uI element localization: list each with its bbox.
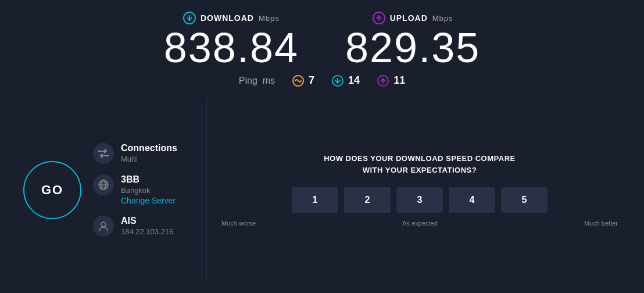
isp-row: 3BB Bangkok Change Server	[93, 174, 177, 205]
go-button[interactable]: GO	[23, 161, 81, 219]
upload-unit: Mbps	[432, 14, 453, 23]
ping-label: Ping ms	[239, 76, 275, 86]
ping-upload-value: 11	[393, 74, 405, 87]
isp-text: 3BB Bangkok Change Server	[121, 174, 176, 205]
ping-idle-icon	[292, 75, 304, 87]
rating-labels: Much worse As expected Much better	[219, 220, 621, 227]
upload-word: UPLOAD	[390, 13, 428, 23]
right-panel: HOW DOES YOUR DOWNLOAD SPEED COMPAREWITH…	[206, 98, 621, 281]
user-ip: 184.22.103.216	[121, 227, 173, 236]
download-block: DOWNLOAD Mbps 838.84	[164, 12, 299, 69]
user-icon	[93, 216, 114, 237]
user-name: AIS	[121, 216, 173, 226]
ping-idle: 7	[292, 74, 314, 87]
ping-download-icon	[332, 75, 344, 87]
user-row: AIS 184.22.103.216	[93, 216, 177, 237]
user-text: AIS 184.22.103.216	[121, 216, 173, 236]
rating-buttons: 1 2 3 4 5	[219, 187, 621, 213]
ping-download-value: 14	[348, 74, 360, 87]
left-panel: GO Connections Multi	[23, 98, 177, 281]
download-unit: Mbps	[259, 14, 280, 23]
isp-icon	[93, 174, 114, 195]
isp-name: 3BB	[121, 174, 176, 185]
connections-text: Connections Multi	[121, 143, 177, 163]
top-stats: DOWNLOAD Mbps 838.84 UPLOAD Mbps 829.35	[23, 12, 621, 69]
rating-btn-3[interactable]: 3	[396, 187, 443, 213]
connections-label: Connections	[121, 143, 177, 153]
isp-location: Bangkok	[121, 186, 176, 195]
upload-value: 829.35	[345, 27, 480, 69]
comparison-title: HOW DOES YOUR DOWNLOAD SPEED COMPAREWITH…	[219, 153, 621, 176]
connections-row: Connections Multi	[93, 143, 177, 164]
change-server-link[interactable]: Change Server	[121, 196, 176, 205]
ping-row: Ping ms 7 14 11	[23, 74, 621, 87]
rating-btn-5[interactable]: 5	[501, 187, 548, 213]
ping-download: 14	[332, 74, 360, 87]
main-container: DOWNLOAD Mbps 838.84 UPLOAD Mbps 829.35 …	[0, 0, 644, 293]
ping-upload-icon	[377, 75, 389, 87]
connections-value: Multi	[121, 155, 177, 163]
ping-upload: 11	[377, 74, 405, 87]
rating-btn-1[interactable]: 1	[292, 187, 338, 213]
download-icon	[183, 12, 196, 24]
info-panel: Connections Multi	[93, 143, 177, 237]
svg-point-16	[101, 222, 106, 227]
rating-btn-2[interactable]: 2	[344, 187, 391, 213]
download-label: DOWNLOAD Mbps	[183, 12, 280, 24]
upload-label: UPLOAD Mbps	[373, 12, 453, 24]
connections-icon	[93, 143, 114, 164]
rating-label-left: Much worse	[221, 220, 256, 227]
rating-label-center: As expected	[402, 220, 438, 227]
ping-idle-value: 7	[309, 74, 314, 87]
upload-block: UPLOAD Mbps 829.35	[345, 12, 480, 69]
download-value: 838.84	[164, 27, 299, 69]
download-word: DOWNLOAD	[201, 13, 254, 23]
rating-label-right: Much better	[584, 220, 618, 227]
rating-btn-4[interactable]: 4	[449, 187, 495, 213]
upload-icon	[373, 12, 385, 24]
bottom-section: GO Connections Multi	[23, 98, 621, 281]
